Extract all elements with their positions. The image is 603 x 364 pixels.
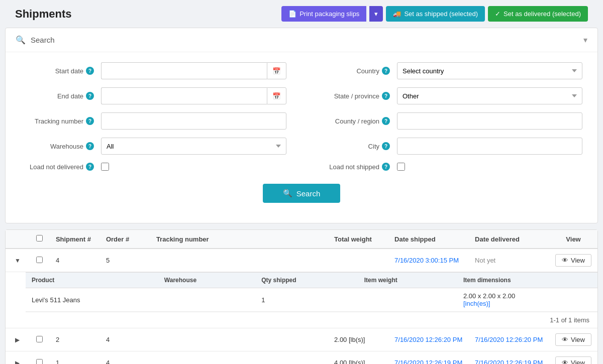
search-panel-title: 🔍 Search: [16, 35, 55, 45]
order-num-cell: 4: [100, 328, 150, 351]
col-check-header: [30, 230, 50, 249]
sub-col-qty: Qty shipped: [255, 273, 358, 288]
table-header-row: Shipment # Order # Tracking number Total…: [6, 230, 597, 249]
row-check-cell: [30, 351, 50, 365]
end-date-input[interactable]: [101, 87, 267, 104]
tracking-label: Tracking number ?: [21, 117, 101, 125]
city-input[interactable]: [397, 138, 582, 155]
date-delivered-cell: 7/16/2020 12:26:19 PM: [469, 351, 549, 365]
start-date-label: Start date ?: [21, 67, 101, 75]
shipments-table: Shipment # Order # Tracking number Total…: [6, 230, 597, 364]
sub-dimensions-cell: 2.00 x 2.00 x 2.00 [inch(es)]: [457, 288, 597, 312]
set-as-shipped-button[interactable]: 🚚 Set as shipped (selected): [386, 6, 485, 22]
load-not-delivered-help-icon[interactable]: ?: [86, 163, 94, 171]
country-select[interactable]: Select country: [397, 62, 582, 79]
shipments-table-section: Shipment # Order # Tracking number Total…: [5, 229, 598, 364]
expand-row-button[interactable]: ▶: [12, 358, 23, 365]
start-date-help-icon[interactable]: ?: [86, 67, 94, 75]
table-row: ▶ 1 4 4.00 [lb(s)] 7/16/2020 12:26:19 PM…: [6, 351, 597, 365]
start-date-input[interactable]: [101, 62, 267, 79]
weight-cell: 4.00 [lb(s)]: [328, 351, 388, 365]
city-help-icon[interactable]: ?: [382, 142, 390, 150]
end-date-row: End date ? 📅: [21, 87, 286, 104]
tracking-row: Tracking number ?: [21, 112, 286, 130]
tracking-cell: [150, 328, 328, 351]
tracking-cell: [150, 249, 328, 272]
date-shipped-cell: 7/16/2020 12:26:19 PM: [388, 351, 469, 365]
warehouse-label: Warehouse ?: [21, 142, 101, 150]
shipment-num-cell: 2: [50, 328, 100, 351]
end-date-calendar-button[interactable]: 📅: [267, 87, 286, 104]
search-panel: 🔍 Search ▾ Start date ? �: [5, 28, 598, 223]
row-checkbox[interactable]: [36, 359, 43, 365]
sub-warehouse-cell: [158, 288, 255, 312]
collapse-icon[interactable]: ▾: [583, 35, 587, 45]
load-not-shipped-label: Load not shipped ?: [317, 163, 397, 171]
country-help-icon[interactable]: ?: [382, 67, 390, 75]
view-cell: 👁 View: [549, 351, 597, 365]
print-dropdown-arrow[interactable]: ▾: [369, 6, 383, 22]
county-help-icon[interactable]: ?: [382, 117, 390, 125]
pagination-info: 1-1 of 1 items: [26, 312, 597, 328]
print-packaging-button[interactable]: 📄 Print packaging slips: [281, 6, 366, 22]
collapse-row-button[interactable]: ▼: [12, 256, 24, 265]
expanded-detail-cell: Product Warehouse Qty shipped Item weigh…: [6, 272, 597, 328]
shipment-num-cell: 4: [50, 249, 100, 272]
view-button[interactable]: 👁 View: [555, 356, 591, 364]
date-shipped-cell: 7/16/2020 12:26:20 PM: [388, 328, 469, 351]
warehouse-help-icon[interactable]: ?: [86, 142, 94, 150]
order-num-cell: 5: [100, 249, 150, 272]
view-button[interactable]: 👁 View: [555, 333, 591, 346]
sub-product-cell: Levi's 511 Jeans: [26, 288, 158, 312]
select-all-checkbox[interactable]: [36, 235, 43, 241]
search-button[interactable]: 🔍 Search: [263, 184, 341, 203]
load-not-delivered-checkbox[interactable]: [101, 163, 109, 171]
county-input[interactable]: [397, 112, 582, 130]
col-shipped-header: Date shipped: [388, 230, 469, 249]
col-order-header: Order #: [100, 230, 150, 249]
row-check-cell: [30, 249, 50, 272]
date-delivered-cell: 7/16/2020 12:26:20 PM: [469, 328, 549, 351]
tracking-help-icon[interactable]: ?: [86, 117, 94, 125]
load-not-shipped-checkbox[interactable]: [397, 163, 405, 171]
row-checkbox[interactable]: [36, 336, 43, 342]
sub-table: Product Warehouse Qty shipped Item weigh…: [26, 272, 597, 312]
country-row: Country ? Select country: [317, 62, 582, 79]
city-label: City ?: [317, 142, 397, 150]
load-not-shipped-checkbox-wrap: [397, 163, 405, 171]
load-not-shipped-help-icon[interactable]: ?: [382, 163, 390, 171]
load-not-delivered-checkbox-wrap: [101, 163, 109, 171]
page-title: Shipments: [15, 8, 71, 21]
print-icon: 📄: [288, 10, 296, 18]
row-checkbox[interactable]: [36, 257, 43, 263]
end-date-wrap: 📅: [101, 87, 286, 104]
end-date-help-icon[interactable]: ?: [86, 92, 94, 100]
date-shipped-cell: 7/16/2020 3:00:15 PM: [388, 249, 469, 272]
expand-cell: ▶: [6, 351, 30, 365]
state-select[interactable]: Other: [397, 87, 582, 104]
search-right-col: Country ? Select country State / provinc…: [317, 62, 582, 179]
warehouse-select[interactable]: All Warehouse 1 Warehouse 2: [101, 138, 286, 155]
city-row: City ?: [317, 138, 582, 155]
search-actions: 🔍 Search: [21, 179, 582, 213]
end-date-label: End date ?: [21, 92, 101, 100]
col-expand-header: [6, 230, 30, 249]
tracking-input[interactable]: [101, 112, 286, 130]
state-row: State / province ? Other: [317, 87, 582, 104]
sub-table-row: Levi's 511 Jeans 1 2.00 x 2.00 x 2.00 [i…: [26, 288, 597, 312]
state-help-icon[interactable]: ?: [382, 92, 390, 100]
view-button[interactable]: 👁 View: [555, 254, 591, 267]
tracking-cell: [150, 351, 328, 365]
search-icon: 🔍: [16, 35, 26, 45]
search-body: Start date ? 📅 End date ?: [6, 52, 597, 223]
load-not-delivered-row: Load not delivered ?: [21, 163, 286, 171]
dimensions-unit[interactable]: [inch(es)]: [463, 300, 490, 307]
col-shipment-header: Shipment #: [50, 230, 100, 249]
load-not-delivered-label: Load not delivered ?: [21, 163, 101, 171]
start-date-wrap: 📅: [101, 62, 286, 79]
set-as-delivered-button[interactable]: ✓ Set as delivered (selected): [488, 6, 588, 22]
eye-icon: 👁: [562, 359, 568, 364]
eye-icon: 👁: [562, 257, 568, 264]
start-date-calendar-button[interactable]: 📅: [267, 62, 286, 79]
expand-row-button[interactable]: ▶: [12, 335, 23, 344]
